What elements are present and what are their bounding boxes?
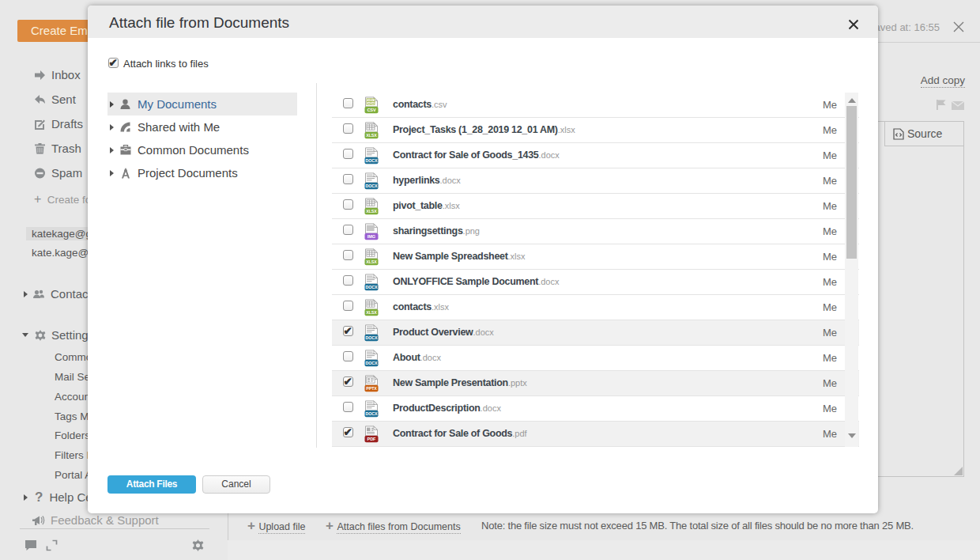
svg-text:DOCX: DOCX bbox=[366, 285, 378, 289]
svg-text:PPTX: PPTX bbox=[366, 386, 377, 391]
svg-text:XLSX: XLSX bbox=[366, 209, 377, 214]
svg-text:XLSX: XLSX bbox=[366, 133, 377, 138]
svg-text:XLSX: XLSX bbox=[366, 310, 377, 315]
svg-text:DOCX: DOCX bbox=[366, 411, 378, 416]
svg-text:DOCX: DOCX bbox=[366, 158, 378, 163]
svg-text:DOCX: DOCX bbox=[366, 184, 378, 188]
svg-text:IMG: IMG bbox=[368, 234, 375, 239]
svg-text:PDF: PDF bbox=[368, 437, 377, 441]
svg-text:XLSX: XLSX bbox=[366, 259, 377, 264]
svg-text:DOCX: DOCX bbox=[366, 335, 378, 340]
svg-text:DOCX: DOCX bbox=[366, 361, 378, 365]
svg-text:CSV: CSV bbox=[367, 108, 376, 112]
